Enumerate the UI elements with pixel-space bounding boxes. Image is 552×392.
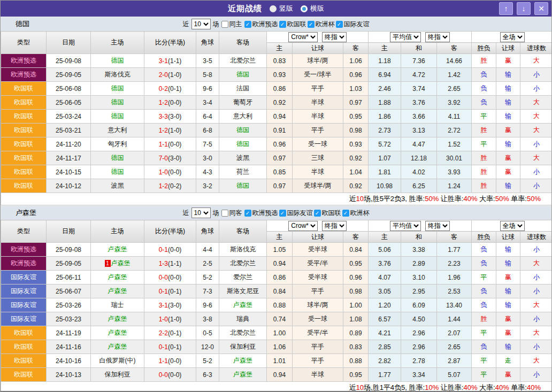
- scope-select[interactable]: 全场: [500, 221, 525, 231]
- home-team-name: 瑞士: [111, 301, 124, 309]
- header-result: 胜负: [472, 43, 496, 54]
- match-row: 欧国联24-10-15德国1-0(0-0)4-3荷兰0.85半球1.041.81…: [1, 165, 552, 179]
- checkbox-unchecked-icon[interactable]: [221, 21, 228, 28]
- move-down-button[interactable]: ↓: [517, 2, 531, 15]
- league-filter-checkbox[interactable]: 欧洲杯: [342, 209, 370, 218]
- avg-select-cell: 平均值 终指: [369, 220, 472, 232]
- summary-cell: 近10场,胜5平2负3, 胜率:50% 让胜率:40% 大率:50% 单率:50…: [1, 193, 552, 205]
- move-up-button[interactable]: ↑: [499, 2, 513, 15]
- col-goals-result: 大: [520, 96, 552, 110]
- col-goals-result: 大: [520, 124, 552, 137]
- summary-text: 单率:: [509, 383, 527, 391]
- col-corners: 0-5: [196, 326, 219, 340]
- radio-filled-icon[interactable]: [270, 5, 277, 12]
- col-home-team: 卢森堡: [91, 340, 144, 354]
- col-score: 1-2(0-0): [144, 96, 196, 110]
- col-home-team: 卢森堡: [91, 312, 144, 326]
- close-button[interactable]: ✕: [534, 2, 548, 15]
- checkbox-checked-icon[interactable]: [336, 21, 343, 28]
- col-avg-draw: 2.78: [401, 354, 437, 368]
- avg-stage-select[interactable]: 终指: [425, 221, 450, 231]
- halftime-score: (1-0): [168, 127, 181, 134]
- col-score: 0-1(0-0): [144, 243, 196, 257]
- league-filter-checkbox[interactable]: 欧国联: [279, 20, 306, 29]
- col-league: 国际友谊: [1, 271, 47, 285]
- col-away-team: 北爱尔兰: [219, 326, 267, 340]
- checkbox-checked-icon[interactable]: [314, 210, 321, 217]
- same-venue-checkbox[interactable]: 同客: [221, 209, 242, 218]
- odds-stage-select[interactable]: 终指: [322, 221, 347, 231]
- bookmaker-select[interactable]: Crow*: [288, 32, 318, 42]
- col-home-team: 1卢森堡: [91, 257, 144, 271]
- col-odds-away: 0.98: [343, 285, 369, 298]
- avg-stage-select[interactable]: 终指: [425, 32, 450, 42]
- odds-stage-select[interactable]: 终指: [322, 32, 347, 42]
- radio-ring-icon[interactable]: [301, 5, 308, 12]
- recent-count-select[interactable]: 10: [191, 19, 211, 29]
- col-handicap-result: 输: [496, 340, 520, 354]
- checkbox-checked-icon[interactable]: [244, 21, 251, 28]
- col-avg-draw: 2.96: [401, 326, 437, 340]
- col-odds-handicap: 受半球: [293, 271, 343, 285]
- same-venue-checkbox[interactable]: 同主: [221, 20, 242, 29]
- checkbox-checked-icon[interactable]: [279, 210, 286, 217]
- checkbox-unchecked-icon[interactable]: [221, 210, 228, 217]
- col-league: 欧洲预选: [1, 257, 47, 271]
- header-corners: 角球: [196, 220, 219, 243]
- league-filter-checkbox[interactable]: 欧洲预选: [244, 209, 278, 218]
- league-filter-checkbox[interactable]: 国际友谊: [279, 209, 313, 218]
- col-home-team: 德国: [91, 110, 144, 124]
- home-team-name: 德国: [111, 154, 124, 162]
- col-avg-away: 1.96: [437, 271, 472, 285]
- fulltime-score: 2-2: [159, 329, 168, 337]
- col-corners: 6-3: [196, 368, 219, 382]
- summary-text: 10: [356, 383, 364, 391]
- away-team-name: 斯洛伐克: [230, 245, 256, 253]
- layout-radio-horizontal[interactable]: 横版: [301, 4, 324, 13]
- col-league: 欧国联: [1, 326, 47, 340]
- layout-radio-vertical[interactable]: 竖版: [270, 4, 293, 13]
- home-team-name: 卢森堡: [108, 287, 127, 295]
- halftime-score: (0-0): [168, 274, 181, 281]
- header-date: 日期: [47, 32, 91, 54]
- league-filter-checkbox[interactable]: 欧国联: [314, 209, 341, 218]
- header-avg-draw: 和: [401, 232, 437, 243]
- col-handicap-result: 输: [496, 285, 520, 298]
- avg-select[interactable]: 平均值: [390, 32, 421, 42]
- checkbox-checked-icon[interactable]: [279, 21, 286, 28]
- bookmaker-select[interactable]: Crow*: [288, 221, 318, 231]
- col-corners: 5-2: [196, 354, 219, 368]
- col-corners: 5-8: [196, 68, 219, 82]
- league-filter-checkbox[interactable]: 国际友谊: [336, 20, 370, 29]
- home-team-name: 卢森堡: [111, 259, 131, 267]
- league-filter-label: 国际友谊: [287, 209, 313, 218]
- league-filter-checkbox[interactable]: 欧洲预选: [244, 20, 278, 29]
- checkbox-checked-icon[interactable]: [244, 210, 251, 217]
- col-corners: 3-8: [196, 312, 219, 326]
- avg-select[interactable]: 平均值: [390, 221, 421, 231]
- col-odds-handicap: 半球: [293, 110, 343, 124]
- col-goals-result: 小: [520, 137, 552, 151]
- col-corners: 7-3: [196, 285, 219, 298]
- scope-select[interactable]: 全场: [500, 32, 525, 42]
- halftime-score: (0-2): [168, 182, 181, 190]
- checkbox-checked-icon[interactable]: [308, 21, 315, 28]
- col-avg-draw: 6.25: [401, 179, 437, 193]
- col-avg-away: 14.66: [437, 54, 472, 68]
- col-odds-handicap: 半球: [293, 165, 343, 179]
- col-goals-result: 小: [520, 243, 552, 257]
- checkbox-checked-icon[interactable]: [342, 210, 349, 217]
- col-date: 25-03-23: [47, 312, 91, 326]
- col-corners: 6-4: [196, 110, 219, 124]
- col-league: 欧国联: [1, 124, 47, 137]
- col-score: 1-1(0-0): [144, 354, 196, 368]
- col-avg-home: 1.88: [369, 96, 401, 110]
- recent-count-select[interactable]: 10: [191, 207, 211, 218]
- col-odds-away: 0.95: [343, 110, 369, 124]
- halftime-score: (1-0): [168, 71, 181, 79]
- col-avg-home: 1.20: [369, 298, 401, 312]
- away-team-name: 北爱尔兰: [230, 329, 256, 336]
- match-row: 欧国联24-11-20匈牙利1-1(0-0)7-5德国0.96受一球0.935.…: [1, 137, 552, 151]
- col-avg-home: 5.06: [369, 243, 401, 257]
- league-filter-checkbox[interactable]: 欧洲杯: [308, 20, 335, 29]
